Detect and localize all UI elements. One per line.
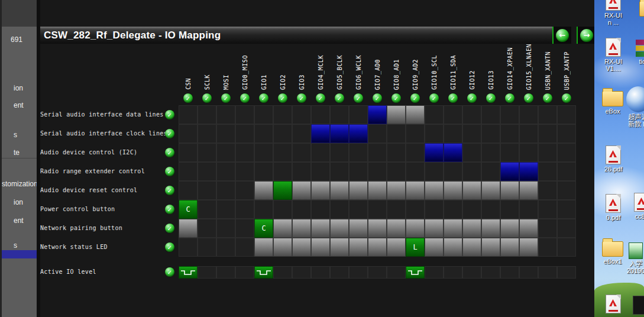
column-status-check-icon[interactable]: ✓ <box>221 93 231 103</box>
column-status-check-icon[interactable]: ✓ <box>391 93 401 103</box>
io-cell[interactable] <box>557 219 576 238</box>
io-cell[interactable] <box>198 162 216 181</box>
io-cell[interactable] <box>235 162 254 181</box>
io-cell[interactable]: L <box>406 238 425 257</box>
io-cell[interactable] <box>500 238 519 257</box>
io-cell[interactable] <box>519 181 538 200</box>
io-cell[interactable] <box>330 181 349 200</box>
active-io-cell[interactable] <box>462 266 481 279</box>
io-cell[interactable] <box>481 181 500 200</box>
io-cell[interactable] <box>538 105 557 124</box>
io-cell[interactable] <box>349 219 368 238</box>
io-cell[interactable] <box>519 238 538 257</box>
io-cell[interactable] <box>330 238 349 257</box>
active-io-cell[interactable] <box>406 266 425 279</box>
column-status-check-icon[interactable]: ✓ <box>429 93 439 103</box>
io-cell[interactable] <box>254 162 273 181</box>
io-cell[interactable] <box>462 124 481 143</box>
column-status-check-icon[interactable]: ✓ <box>543 93 552 103</box>
io-cell[interactable] <box>292 181 311 200</box>
io-cell[interactable] <box>368 181 387 200</box>
io-cell[interactable] <box>198 105 216 124</box>
io-cell[interactable] <box>368 219 387 238</box>
active-io-cell[interactable] <box>425 266 444 279</box>
io-cell[interactable] <box>557 143 576 162</box>
io-cell[interactable] <box>387 181 406 200</box>
io-cell[interactable] <box>254 200 273 219</box>
io-cell[interactable] <box>292 238 311 257</box>
io-cell[interactable] <box>198 181 216 200</box>
io-cell[interactable] <box>216 181 235 200</box>
column-status-check-icon[interactable]: ✓ <box>562 93 571 103</box>
io-cell[interactable] <box>235 124 254 143</box>
row-status-check-icon[interactable]: ✓ <box>165 110 174 119</box>
io-cell[interactable] <box>425 219 444 238</box>
folder-desktop-item[interactable]: tidu <box>636 0 644 25</box>
column-status-check-icon[interactable]: ✓ <box>259 93 268 103</box>
io-cell[interactable] <box>387 238 406 257</box>
active-io-cell[interactable] <box>538 266 557 279</box>
io-cell[interactable] <box>349 124 368 143</box>
io-cell[interactable] <box>349 162 368 181</box>
io-cell[interactable] <box>368 143 387 162</box>
sidebar-item[interactable]: ion <box>14 198 23 206</box>
io-cell[interactable] <box>311 219 330 238</box>
io-cell[interactable] <box>311 238 330 257</box>
io-cell[interactable] <box>292 219 311 238</box>
io-cell[interactable] <box>273 105 292 124</box>
io-cell[interactable] <box>349 238 368 257</box>
io-cell[interactable] <box>425 162 444 181</box>
io-cell[interactable] <box>349 181 368 200</box>
sidebar-item[interactable]: s <box>14 241 17 250</box>
io-cell[interactable] <box>538 200 557 219</box>
io-cell[interactable] <box>519 200 538 219</box>
io-cell[interactable] <box>216 143 235 162</box>
sidebar-item[interactable]: ent <box>14 101 24 109</box>
io-cell[interactable]: C <box>254 219 273 238</box>
io-cell[interactable] <box>406 124 425 143</box>
io-cell[interactable] <box>330 162 349 181</box>
io-cell[interactable] <box>330 143 349 162</box>
active-io-cell[interactable] <box>349 266 368 279</box>
column-status-check-icon[interactable]: ✓ <box>524 93 533 103</box>
io-cell[interactable] <box>387 200 406 219</box>
rar-desktop-item[interactable]: tidc <box>630 38 644 65</box>
io-cell[interactable] <box>216 238 235 257</box>
io-cell[interactable] <box>462 238 481 257</box>
io-cell[interactable] <box>406 181 425 200</box>
spreadsheet-desktop-item[interactable]: 入学20190 <box>622 242 644 274</box>
column-status-check-icon[interactable]: ✓ <box>467 93 477 103</box>
io-cell[interactable] <box>273 219 292 238</box>
io-cell[interactable] <box>179 124 198 143</box>
io-cell[interactable] <box>311 181 330 200</box>
active-io-cell[interactable] <box>216 266 235 279</box>
io-cell[interactable] <box>481 238 500 257</box>
io-cell[interactable] <box>235 143 254 162</box>
io-cell[interactable] <box>481 105 500 124</box>
io-cell[interactable] <box>462 143 481 162</box>
io-cell[interactable] <box>330 105 349 124</box>
io-cell[interactable] <box>254 143 273 162</box>
column-status-check-icon[interactable]: ✓ <box>240 93 250 103</box>
io-cell[interactable] <box>557 200 576 219</box>
active-io-cell[interactable] <box>481 266 500 279</box>
io-cell[interactable] <box>444 143 462 162</box>
io-cell[interactable] <box>538 162 557 181</box>
sidebar-item[interactable]: 691 <box>11 35 22 44</box>
io-cell[interactable] <box>349 143 368 162</box>
io-cell[interactable] <box>500 200 519 219</box>
sidebar-item[interactable]: stomization* <box>2 180 37 188</box>
active-io-cell[interactable] <box>198 266 216 279</box>
io-cell[interactable] <box>557 162 576 181</box>
io-cell[interactable] <box>368 162 387 181</box>
io-cell[interactable] <box>330 219 349 238</box>
io-cell[interactable] <box>444 219 462 238</box>
io-cell[interactable] <box>444 238 462 257</box>
io-cell[interactable] <box>330 124 349 143</box>
io-cell[interactable] <box>179 105 198 124</box>
row-status-check-icon[interactable]: ✓ <box>165 167 174 176</box>
io-cell[interactable] <box>406 162 425 181</box>
io-cell[interactable] <box>292 143 311 162</box>
io-cell[interactable] <box>349 105 368 124</box>
media-player-desktop-item[interactable]: 超声波新款 M <box>624 86 644 128</box>
